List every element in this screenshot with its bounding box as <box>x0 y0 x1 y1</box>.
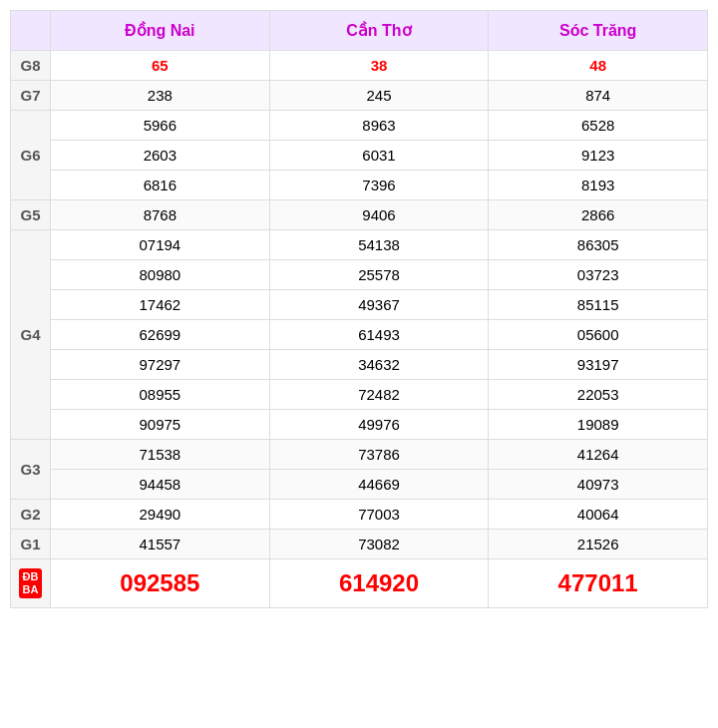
lottery-table: Đồng Nai Cần Thơ Sóc Trăng G8 65 38 48 G… <box>10 10 708 608</box>
val-col1: 2603 <box>51 141 270 171</box>
row-g2: G2 29490 77003 40064 <box>11 500 708 530</box>
val-col3: 874 <box>489 81 708 111</box>
row-g4-4: 97297 34632 93197 <box>11 350 708 380</box>
g8-dong-nai: 65 <box>51 51 270 81</box>
row-g4-2: 17462 49367 85115 <box>11 290 708 320</box>
val-col3: 03723 <box>489 260 708 290</box>
row-special: ĐBBA 092585 614920 477011 <box>11 559 708 608</box>
val-col2: 7396 <box>269 171 489 200</box>
row-g8: G8 65 38 48 <box>11 51 708 81</box>
row-g7: G7 238 245 874 <box>11 81 708 111</box>
label-g2: G2 <box>11 500 51 530</box>
special-col3: 477011 <box>489 559 708 608</box>
val-col2: 77003 <box>269 500 489 530</box>
row-g4-6: 90975 49976 19089 <box>11 410 708 440</box>
val-col2: 49367 <box>269 290 489 320</box>
row-g6-2: 6816 7396 8193 <box>11 171 708 200</box>
val-col2: 44669 <box>269 470 489 500</box>
val-col1: 07194 <box>51 230 270 260</box>
row-g3-0: G3 71538 73786 41264 <box>11 440 708 470</box>
val-col1: 08955 <box>51 380 270 410</box>
val-col3: 9123 <box>489 141 708 171</box>
val-col2: 49976 <box>269 410 489 440</box>
header-dong-nai: Đồng Nai <box>51 11 270 51</box>
val-col1: 97297 <box>51 350 270 380</box>
row-g4-0: G4 07194 54138 86305 <box>11 230 708 260</box>
label-g3: G3 <box>11 440 51 500</box>
val-col2: 245 <box>269 81 489 111</box>
val-col3: 40973 <box>489 470 708 500</box>
val-col3: 6528 <box>489 111 708 141</box>
val-col1: 80980 <box>51 260 270 290</box>
special-col2: 614920 <box>269 559 489 608</box>
row-g3-1: 94458 44669 40973 <box>11 470 708 500</box>
val-col1: 5966 <box>51 111 270 141</box>
label-g4: G4 <box>11 230 51 440</box>
val-col1: 238 <box>51 81 270 111</box>
val-col1: 94458 <box>51 470 270 500</box>
label-g5: G5 <box>11 200 51 230</box>
val-col3: 22053 <box>489 380 708 410</box>
row-g5: G5 8768 9406 2866 <box>11 200 708 230</box>
label-g6: G6 <box>11 111 51 200</box>
header-soc-trang: Sóc Trăng <box>489 11 708 51</box>
header-label-col <box>11 11 51 51</box>
val-col1: 41557 <box>51 530 270 559</box>
row-g6-0: G6 5966 8963 6528 <box>11 111 708 141</box>
header-can-tho: Cần Thơ <box>269 11 489 51</box>
val-col3: 86305 <box>489 230 708 260</box>
val-col1: 90975 <box>51 410 270 440</box>
val-col3: 40064 <box>489 500 708 530</box>
special-col1: 092585 <box>51 559 270 608</box>
val-col2: 25578 <box>269 260 489 290</box>
label-special: ĐBBA <box>11 559 51 608</box>
val-col1: 6816 <box>51 171 270 200</box>
val-col2: 72482 <box>269 380 489 410</box>
val-col3: 85115 <box>489 290 708 320</box>
row-g4-5: 08955 72482 22053 <box>11 380 708 410</box>
g8-can-tho: 38 <box>269 51 489 81</box>
val-col3: 93197 <box>489 350 708 380</box>
val-col2: 34632 <box>269 350 489 380</box>
db-badge: ĐBBA <box>19 568 43 598</box>
val-col2: 61493 <box>269 320 489 350</box>
header-row: Đồng Nai Cần Thơ Sóc Trăng <box>11 11 708 51</box>
val-col3: 2866 <box>489 200 708 230</box>
label-g1: G1 <box>11 530 51 559</box>
row-g4-3: 62699 61493 05600 <box>11 320 708 350</box>
val-col3: 8193 <box>489 171 708 200</box>
val-col2: 6031 <box>269 141 489 171</box>
label-g7: G7 <box>11 81 51 111</box>
val-col1: 62699 <box>51 320 270 350</box>
val-col2: 73786 <box>269 440 489 470</box>
val-col3: 05600 <box>489 320 708 350</box>
row-g4-1: 80980 25578 03723 <box>11 260 708 290</box>
val-col2: 54138 <box>269 230 489 260</box>
label-g8: G8 <box>11 51 51 81</box>
val-col2: 8963 <box>269 111 489 141</box>
val-col2: 9406 <box>269 200 489 230</box>
val-col3: 21526 <box>489 530 708 559</box>
val-col1: 8768 <box>51 200 270 230</box>
g8-soc-trang: 48 <box>489 51 708 81</box>
val-col1: 71538 <box>51 440 270 470</box>
row-g1: G1 41557 73082 21526 <box>11 530 708 559</box>
val-col3: 41264 <box>489 440 708 470</box>
val-col3: 19089 <box>489 410 708 440</box>
row-g6-1: 2603 6031 9123 <box>11 141 708 171</box>
val-col2: 73082 <box>269 530 489 559</box>
val-col1: 29490 <box>51 500 270 530</box>
val-col1: 17462 <box>51 290 270 320</box>
